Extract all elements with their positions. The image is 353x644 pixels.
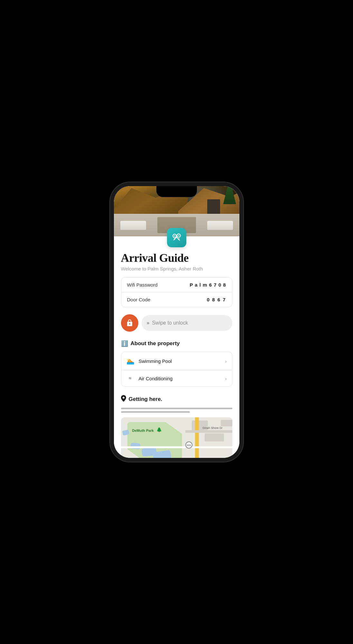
map-road-h2 (121, 446, 232, 448)
map-road-h1 (185, 430, 232, 433)
map-background: DeMuth Park 🌲 Dinah Shore Dr 111 (121, 417, 232, 458)
property-amenities-card: 🏊 Swimming Pool › ≈ Air Conditioning › (121, 352, 232, 387)
notch (156, 186, 197, 197)
svg-line-5 (178, 239, 179, 240)
getting-here-header: Getting here. (121, 395, 232, 403)
lock-button[interactable] (121, 314, 138, 332)
svg-point-3 (174, 235, 175, 237)
wifi-row: Wifi Password P a l m 6 7 0 8 (121, 278, 232, 292)
about-section-header: ℹ️ About the property (121, 340, 232, 347)
keys-icon (171, 232, 182, 243)
svg-point-7 (178, 235, 179, 236)
ac-label: Air Conditioning (139, 376, 225, 381)
swipe-text: Swipe to unlock (152, 320, 188, 326)
info-circle-icon: ℹ️ (121, 340, 128, 347)
swimming-pool-item[interactable]: 🏊 Swimming Pool › (121, 352, 232, 370)
pool-icon: 🏊 (126, 357, 134, 365)
door-code-value: 0 8 6 7 (207, 297, 226, 302)
swipe-arrows-icon: » (147, 320, 150, 326)
wifi-label: Wifi Password (127, 282, 190, 288)
app-icon (167, 228, 186, 247)
progress-indicators (121, 408, 232, 413)
info-table: Wifi Password P a l m 6 7 0 8 Door Code … (121, 277, 232, 307)
map-yellow-road (195, 417, 199, 458)
map-container[interactable]: DeMuth Park 🌲 Dinah Shore Dr 111 (121, 417, 232, 458)
pool-chevron-icon: › (225, 358, 227, 364)
door-code-label: Door Code (127, 297, 207, 302)
progress-bar-full (121, 408, 232, 409)
map-block-2 (205, 433, 224, 441)
ac-chevron-icon: › (225, 376, 227, 381)
location-pin-icon (121, 395, 126, 403)
door-code-row: Door Code 0 8 6 7 (121, 292, 232, 307)
map-park-label: DeMuth Park (132, 429, 154, 432)
map-route-badge: 111 (185, 441, 192, 449)
wifi-value: P a l m 6 7 0 8 (190, 282, 226, 288)
phone-screen[interactable]: 9:41 (114, 186, 239, 458)
map-block-3 (221, 420, 232, 426)
page-subtitle: Welcome to Palm Springs, Asher Roth (121, 266, 232, 271)
main-content: Arrival Guide Welcome to Palm Springs, A… (114, 251, 239, 458)
swipe-track[interactable]: » Swipe to unlock (142, 315, 232, 331)
map-water-2 (130, 443, 140, 450)
map-street-label: Dinah Shore Dr (202, 426, 222, 430)
app-icon-wrapper (114, 228, 239, 247)
getting-here-section: Getting here. (121, 395, 232, 458)
phone-shell: 9:41 (114, 186, 239, 458)
building-decoration (207, 199, 220, 215)
progress-bar-partial (121, 411, 190, 413)
about-section-title: About the property (131, 340, 180, 347)
swipe-container[interactable]: » Swipe to unlock (121, 314, 232, 332)
getting-here-title: Getting here. (129, 396, 163, 402)
air-conditioning-item[interactable]: ≈ Air Conditioning › (121, 370, 232, 386)
lock-icon (126, 319, 134, 327)
ac-icon: ≈ (126, 375, 134, 381)
page-title: Arrival Guide (121, 251, 232, 265)
pool-label: Swimming Pool (139, 358, 225, 364)
map-park-tree-icon: 🌲 (156, 427, 162, 432)
